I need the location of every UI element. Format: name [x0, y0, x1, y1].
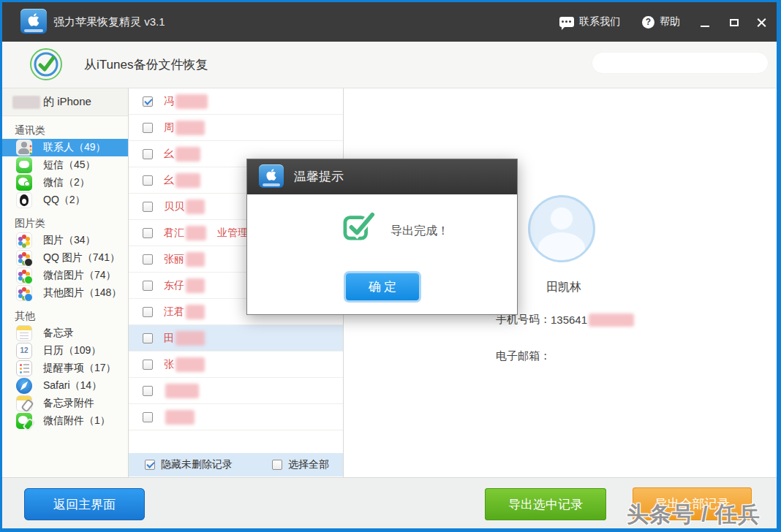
success-check-icon: [342, 210, 376, 244]
sidebar-entry-label: 其他: [15, 310, 35, 323]
row-checkbox[interactable]: [143, 149, 153, 159]
contact-row[interactable]: 田: [129, 325, 343, 352]
sidebar-entry[interactable]: QQ（2）: [2, 191, 128, 209]
row-checkbox[interactable]: [143, 412, 153, 422]
dialog-title-bar: 温馨提示: [247, 159, 517, 194]
contact-name: 周: [164, 121, 174, 134]
sidebar-entry[interactable]: QQ 图片（741）: [2, 249, 128, 267]
recovery-check-icon: [29, 48, 63, 84]
row-checkbox[interactable]: [143, 175, 153, 186]
row-checkbox[interactable]: [143, 281, 153, 291]
avatar: [528, 195, 595, 262]
close-icon: [756, 18, 767, 28]
dialog-title: 温馨提示: [294, 159, 344, 194]
photos-icon: [16, 232, 32, 248]
row-checkbox[interactable]: [143, 386, 153, 396]
sidebar-entry-label: 备忘录附件: [43, 397, 94, 410]
redacted-name: [176, 94, 208, 109]
contact-row[interactable]: 周: [129, 115, 343, 141]
email-label: 电子邮箱：: [496, 349, 551, 363]
sidebar-entry[interactable]: 备忘录附件: [2, 395, 128, 412]
contact-us-button[interactable]: 联系我们: [559, 2, 620, 42]
contact-row[interactable]: 张: [129, 352, 343, 378]
sidebar-entry[interactable]: 提醒事项（17）: [2, 360, 128, 377]
maximize-icon: [730, 19, 739, 26]
reminders-icon: [16, 360, 32, 376]
device-header: 的 iPhone: [2, 88, 128, 116]
contact-name: 田: [164, 332, 174, 345]
redacted-name: [165, 384, 199, 398]
contact-name: 张: [164, 358, 174, 371]
redacted-name: [186, 252, 205, 267]
hide-undeleted-toggle[interactable]: 隐藏未删除记录: [145, 458, 233, 471]
sidebar-entry[interactable]: 日历（109）: [2, 342, 128, 360]
redacted-name: [176, 147, 200, 162]
dialog-message: 导出完成！: [390, 224, 449, 239]
sidebar-entry-label: 其他图片（148）: [43, 286, 121, 300]
contact-name: 张丽: [164, 253, 184, 266]
close-button[interactable]: [750, 12, 773, 33]
select-all-toggle[interactable]: 选择全部: [272, 458, 329, 471]
wechat-icon: [16, 175, 32, 191]
row-checkbox[interactable]: [143, 202, 153, 212]
notes-icon: [16, 325, 32, 341]
row-checkbox[interactable]: [143, 360, 153, 370]
tip-dialog: 温馨提示 导出完成！ 确 定: [246, 159, 518, 315]
row-checkbox[interactable]: [143, 96, 153, 107]
sidebar-entry-label: 通讯类: [15, 124, 45, 137]
redacted-name: [165, 410, 195, 425]
redacted-device-name: [12, 96, 40, 109]
select-all-checkbox[interactable]: [272, 460, 282, 470]
contact-row[interactable]: [129, 378, 343, 404]
sidebar-entry[interactable]: Safari（14）: [2, 377, 128, 395]
sidebar-entry[interactable]: 图片（34）: [2, 232, 128, 249]
sidebar-entry[interactable]: 微信图片（74）: [2, 267, 128, 284]
sidebar-entry: 图片类: [2, 216, 128, 232]
contact-name: 东仔: [164, 279, 184, 292]
row-checkbox[interactable]: [143, 307, 153, 317]
sidebar-entry[interactable]: 短信（45）: [2, 156, 128, 174]
contact-row[interactable]: 冯: [129, 88, 343, 115]
sidebar-entry-label: 微信附件（1）: [43, 414, 110, 428]
app-window: 强力苹果恢复精灵 v3.1 联系我们 帮助 从iTunes备份文件恢复: [0, 0, 781, 532]
app-title: 强力苹果恢复精灵 v3.1: [53, 2, 165, 42]
sidebar-entry[interactable]: 微信（2）: [2, 174, 128, 191]
sidebar-entry-label: 提醒事项（17）: [43, 362, 116, 375]
row-checkbox[interactable]: [143, 333, 153, 343]
other-photos-icon: [16, 285, 32, 301]
back-to-main-button[interactable]: 返回主界面: [24, 488, 145, 520]
contact-name: 汪君: [164, 305, 184, 319]
maximize-button[interactable]: [722, 12, 746, 33]
sidebar-entry[interactable]: 微信附件（1）: [2, 412, 128, 430]
sms-icon: [16, 157, 32, 173]
phone-value: 135641: [551, 314, 587, 326]
watermark: 头条号 / 任兵: [627, 500, 761, 530]
sidebar-entry[interactable]: 联系人（49）: [2, 139, 128, 156]
sidebar-entry-label: QQ（2）: [43, 194, 86, 207]
export-selected-button[interactable]: 导出选中记录: [485, 488, 606, 520]
help-button[interactable]: 帮助: [642, 2, 680, 42]
minimize-button[interactable]: [693, 12, 717, 33]
row-checkbox[interactable]: [143, 228, 153, 238]
title-bar: 强力苹果恢复精灵 v3.1 联系我们 帮助: [2, 2, 777, 42]
sidebar-entry-label: 日历（109）: [43, 344, 101, 357]
sidebar-entry[interactable]: 备忘录: [2, 324, 128, 342]
contact-us-label: 联系我们: [579, 15, 620, 28]
minimize-icon: [701, 26, 709, 27]
contact-detail-name: 田凯林: [516, 280, 611, 295]
hide-undeleted-checkbox[interactable]: [145, 460, 155, 470]
contact-name: 幺: [164, 148, 174, 161]
contact-row[interactable]: [129, 404, 343, 430]
redacted-phone: [589, 314, 634, 327]
row-checkbox[interactable]: [143, 254, 153, 265]
sidebar-entry-label: 微信图片（74）: [43, 269, 116, 282]
app-logo-icon: [20, 9, 47, 34]
ok-button[interactable]: 确 定: [346, 273, 419, 300]
question-mark-icon: [642, 16, 654, 28]
sidebar-entry-label: QQ 图片（741）: [43, 251, 120, 265]
device-label: 的 iPhone: [43, 95, 91, 109]
sidebar-entry-label: 短信（45）: [43, 159, 96, 172]
row-checkbox[interactable]: [143, 123, 153, 133]
page-title: 从iTunes备份文件恢复: [84, 42, 208, 88]
sidebar-entry[interactable]: 其他图片（148）: [2, 284, 128, 302]
